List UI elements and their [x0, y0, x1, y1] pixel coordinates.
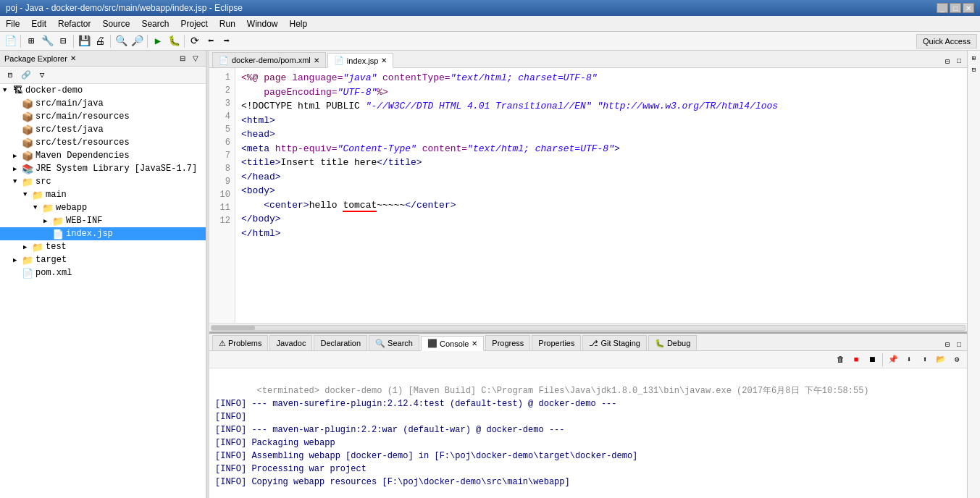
toolbar-icon-2[interactable]: 🔧: [40, 34, 54, 48]
tab-console[interactable]: ⬛ Console ✕: [421, 336, 484, 351]
tree-icon-src-test-resources: 📦: [22, 138, 33, 148]
minimize-bottom-button[interactable]: ⊟: [942, 339, 952, 350]
console-open-icon[interactable]: 📂: [934, 353, 948, 367]
tree-label-webapp: webapp: [56, 203, 87, 213]
tree-label-jre-lib: JRE System Library [JavaSE-1.7]: [35, 164, 197, 174]
tree-item-src-test-resources[interactable]: 📦src/test/resources: [0, 136, 206, 149]
git-staging-tab-label: Git Staging: [600, 339, 640, 347]
toolbar-icon-1[interactable]: ⊞: [24, 34, 38, 48]
console-options-icon[interactable]: ⚙: [950, 353, 964, 367]
console-prev-icon[interactable]: ⬆: [918, 353, 932, 367]
pom-tab-icon: 📄: [219, 56, 229, 65]
minimize-editor-button[interactable]: ⊟: [942, 56, 952, 67]
quick-access-button[interactable]: Quick Access: [916, 34, 977, 48]
console-line-1: [INFO] --- maven-surefire-plugin:2.12.4:…: [215, 399, 617, 409]
toolbar-icon-4[interactable]: 💾: [77, 34, 91, 48]
console-tab-close[interactable]: ✕: [472, 339, 477, 347]
tree-item-target[interactable]: ▶📁target: [0, 253, 206, 266]
tree-item-main[interactable]: ▼📁main: [0, 188, 206, 201]
console-terminate-icon[interactable]: ⏹: [865, 353, 879, 367]
toolbar-icon-5[interactable]: 🖨: [93, 34, 107, 48]
toolbar-separator-1: [20, 35, 21, 48]
menu-file[interactable]: File: [0, 17, 25, 30]
tree-icon-src-main-java: 📦: [22, 98, 33, 109]
tree-item-pom-xml[interactable]: 📄pom.xml: [0, 266, 206, 279]
run-icon[interactable]: ▶: [151, 34, 165, 48]
properties-tab-label: Properties: [538, 339, 574, 347]
sidebar-toolbar: ⊟ 🔗 ▽: [0, 67, 206, 84]
tree-item-src[interactable]: ▼📁src: [0, 175, 206, 188]
editor-horizontal-scroll[interactable]: [209, 323, 967, 332]
tab-search[interactable]: 🔍 Search: [369, 335, 419, 350]
console-line-6: [INFO] Processing war project: [215, 464, 367, 474]
console-clear-icon[interactable]: 🗑: [833, 353, 847, 367]
pom-tab-close[interactable]: ✕: [314, 56, 319, 64]
tree-item-webapp[interactable]: ▼📁webapp: [0, 201, 206, 214]
tree-icon-webapp: 📁: [42, 203, 54, 213]
new-icon[interactable]: 📄: [3, 34, 17, 48]
toolbar-icon-8[interactable]: ⟳: [188, 34, 202, 48]
package-explorer-title: Package Explorer: [4, 54, 67, 63]
collapse-button[interactable]: ⊟: [177, 53, 188, 64]
console-icon: ⬛: [427, 339, 437, 348]
menu-search[interactable]: Search: [135, 17, 175, 30]
tree-item-test[interactable]: ▶📁test: [0, 240, 206, 253]
tab-git-staging[interactable]: ⎇ Git Staging: [582, 335, 646, 350]
tree-icon-src: 📁: [22, 177, 33, 187]
tree-item-docker-demo[interactable]: ▼🏗docker-demo: [0, 84, 206, 97]
console-pin-icon[interactable]: 📌: [886, 353, 900, 367]
menu-edit[interactable]: Edit: [25, 17, 52, 30]
menu-project[interactable]: Project: [175, 17, 213, 30]
tab-index-jsp[interactable]: 📄 index.jsp ✕: [327, 53, 393, 68]
toolbar-icon-9[interactable]: ⬅: [204, 34, 218, 48]
sidebar-menu-icon[interactable]: ▽: [35, 68, 49, 83]
tab-properties[interactable]: Properties: [532, 335, 581, 350]
menu-refactor[interactable]: Refactor: [52, 17, 96, 30]
tab-progress[interactable]: Progress: [485, 335, 530, 350]
sidebar-menu-button[interactable]: ▽: [190, 53, 201, 64]
editor-tab-controls: ⊟ □: [942, 56, 964, 67]
maximize-editor-button[interactable]: □: [954, 56, 964, 67]
tree-arrow-test: ▶: [23, 243, 32, 251]
menu-run[interactable]: Run: [214, 17, 241, 30]
bottom-panel-controls: ⊟ □: [942, 339, 964, 350]
code-editor[interactable]: 1 2 3 4 5 6 7 8 9 10 11 12 <%@ page lang…: [209, 68, 967, 323]
tree-item-src-main-resources[interactable]: 📦src/main/resources: [0, 110, 206, 123]
tree-item-maven-deps[interactable]: ▶📦Maven Dependencies: [0, 149, 206, 162]
code-content[interactable]: <%@ page language="java" contentType="te…: [235, 68, 967, 323]
close-button[interactable]: ✕: [963, 3, 974, 13]
tree-item-jre-lib[interactable]: ▶📚JRE System Library [JavaSE-1.7]: [0, 162, 206, 175]
tab-javadoc[interactable]: Javadoc: [269, 335, 312, 350]
tab-debug[interactable]: 🐛 Debug: [648, 335, 697, 350]
collapse-all-icon[interactable]: ⊟: [3, 68, 17, 83]
console-stop-icon[interactable]: ■: [849, 353, 863, 367]
toolbar-icon-7[interactable]: 🔎: [130, 34, 144, 48]
menu-window[interactable]: Window: [241, 17, 284, 30]
right-sidebar-btn-1[interactable]: ⊞: [969, 53, 979, 63]
tab-pom-xml[interactable]: 📄 docker-demo/pom.xml ✕: [212, 52, 326, 67]
menu-help[interactable]: Help: [284, 17, 314, 30]
console-line-4: [INFO] Packaging webapp: [215, 438, 335, 448]
maximize-button[interactable]: □: [950, 3, 961, 13]
toolbar-icon-3[interactable]: ⊟: [56, 34, 70, 48]
maximize-bottom-button[interactable]: □: [954, 339, 964, 350]
tree-item-web-inf[interactable]: ▶📁WEB-INF: [0, 214, 206, 227]
tree-arrow-docker-demo: ▼: [3, 87, 12, 94]
link-editor-icon[interactable]: 🔗: [19, 68, 33, 83]
right-sidebar-btn-2[interactable]: ⊟: [969, 64, 979, 75]
package-explorer-badge: ✕: [70, 54, 76, 62]
tab-problems[interactable]: ⚠ Problems: [212, 335, 268, 350]
tree-item-src-main-java[interactable]: 📦src/main/java: [0, 97, 206, 110]
tree-item-index-jsp[interactable]: 📄index.jsp: [0, 227, 206, 240]
tree-item-src-test-java[interactable]: 📦src/test/java: [0, 123, 206, 136]
console-next-icon[interactable]: ⬇: [902, 353, 916, 367]
tree-icon-test: 📁: [32, 242, 43, 252]
toolbar-icon-10[interactable]: ➡: [219, 34, 234, 48]
tab-declaration[interactable]: Declaration: [314, 335, 367, 350]
minimize-button[interactable]: _: [937, 3, 948, 13]
index-tab-close[interactable]: ✕: [381, 56, 387, 64]
menu-source[interactable]: Source: [96, 17, 135, 30]
debug-icon[interactable]: 🐛: [167, 34, 181, 48]
right-sidebar: ⊞ ⊟: [967, 51, 980, 498]
toolbar-icon-6[interactable]: 🔍: [114, 34, 128, 48]
